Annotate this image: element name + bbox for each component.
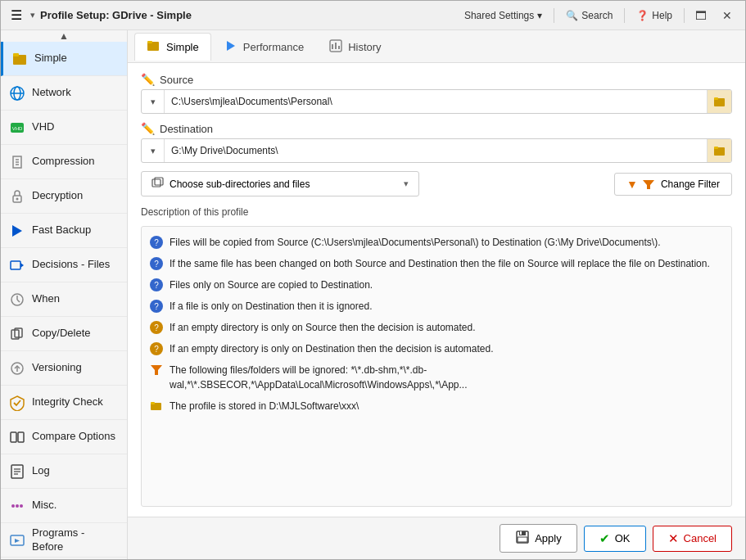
svg-rect-44 [152,179,161,187]
destination-browse-button[interactable] [707,139,731,162]
misc-icon [9,498,25,514]
shared-settings-button[interactable]: Shared Settings ▾ [458,7,549,25]
svg-rect-45 [155,178,163,185]
sidebar-item-log[interactable]: Log [1,454,127,489]
sidebar-scroll-down-button[interactable]: ▼ [1,558,127,559]
compare-icon [9,429,25,445]
change-filter-button[interactable]: ▼ Change Filter [614,173,732,196]
sidebar-item-decryption[interactable]: Decryption [1,179,127,214]
sidebar-item-network-label: Network [32,86,71,100]
sidebar-item-programs-label: Programs - Before [32,526,119,554]
description-item: The following files/folders will be igno… [142,359,731,395]
profile-chevron-icon[interactable]: ▾ [30,10,35,20]
hamburger-menu-icon[interactable]: ☰ [7,6,25,25]
svg-rect-1 [13,53,19,56]
svg-rect-23 [18,432,24,442]
close-button[interactable]: ✕ [716,4,739,27]
source-expand-button[interactable]: ▾ [142,90,165,113]
desc-text: If a file is only on Destination then it… [170,299,723,314]
description-box: ?Files will be copied from Source (C:\Us… [141,226,732,507]
tab-history-label: History [348,41,381,53]
desc-text: The following files/folders will be igno… [170,363,723,392]
ok-button[interactable]: ✔ OK [584,526,646,552]
form-content: ✏️ Source ▾ C:\Users\mjlea\Documents\Per… [128,63,745,517]
sidebar-item-programs[interactable]: Programs - Before [1,523,127,558]
sidebar-item-fastbackup-label: Fast Backup [32,224,91,237]
tab-simple[interactable]: Simple [134,33,211,61]
cancel-button[interactable]: ✕ Cancel [653,526,732,552]
svg-point-11 [16,197,19,200]
sidebar-item-versioning[interactable]: Versioning [1,351,127,386]
copydelete-icon [9,326,25,342]
sidebar-item-integrity[interactable]: Integrity Check [1,386,127,420]
sidebar-item-compression[interactable]: Compression [1,145,127,179]
apply-button[interactable]: Apply [500,524,577,553]
description-item: ?Files will be copied from Source (C:\Us… [142,232,731,253]
source-path-text: C:\Users\mjlea\Documents\Personal\ [165,96,707,107]
subdir-btn-label: Choose sub-directories and files [170,178,310,190]
desc-text: If an empty directory is only on Source … [170,320,723,335]
svg-marker-32 [15,539,20,543]
svg-rect-34 [147,41,152,43]
sidebar-item-decryption-label: Decryption [32,189,83,203]
svg-line-17 [17,300,20,302]
shared-settings-chevron-icon: ▾ [537,10,542,21]
sidebar-scroll-up-button[interactable]: ▲ [1,30,127,42]
tab-performance[interactable]: Performance [211,33,316,61]
separator2 [624,8,625,23]
simple-icon [11,51,28,67]
source-label: Source [160,74,193,86]
choose-subdir-button[interactable]: Choose sub-directories and files ▾ [141,171,419,196]
sidebar-item-misc[interactable]: Misc. [1,489,127,523]
help-button[interactable]: ❓ Help [630,7,679,25]
ok-check-icon: ✔ [599,531,610,546]
tab-history-icon [328,38,343,56]
cancel-label: Cancel [684,532,717,544]
subdir-icon [151,176,165,192]
vhd-icon: VHD [9,120,25,136]
sidebar-item-network[interactable]: Network [1,76,127,111]
destination-path-text: G:\My Drive\Documents\ [165,145,707,156]
search-button[interactable]: 🔍 Search [559,7,619,25]
sidebar-item-when[interactable]: When [1,282,127,317]
sidebar-item-versioning-label: Versioning [32,361,82,375]
sidebar-item-decisions[interactable]: Decisions - Files [1,248,127,282]
minimize-button[interactable]: 🗖 [689,4,712,27]
description-item: ?If the same file has been changed on bo… [142,253,731,274]
svg-rect-53 [518,537,527,542]
sidebar-item-compression-label: Compression [32,155,95,169]
main-window: ☰ ▾ Profile Setup: GDrive - Simple Share… [0,0,746,560]
desc-text: The profile is stored in D:\MJLSoftware\… [170,399,723,413]
sidebar-item-vhd[interactable]: VHD VHD [1,111,127,145]
sidebar-item-compare[interactable]: Compare Options [1,420,127,454]
ok-label: OK [615,532,631,544]
destination-label: Destination [160,123,213,135]
sidebar-item-copydelete[interactable]: Copy/Delete [1,317,127,351]
sidebar-item-simple[interactable]: Simple [1,42,127,76]
search-icon: 🔍 [566,10,578,21]
search-label: Search [581,10,613,21]
sidebar-item-vhd-label: VHD [32,120,54,134]
description-item: ?If a file is only on Destination then i… [142,296,731,317]
decisions-icon [9,257,25,273]
tab-history[interactable]: History [316,33,393,61]
versioning-icon [9,360,25,377]
svg-rect-43 [714,147,718,149]
desc-text: Files only on Source are copied to Desti… [170,278,723,292]
desc-icon-blue: ? [150,300,163,313]
sidebar-item-fastbackup[interactable]: Fast Backup [1,214,127,248]
destination-section: ✏️ Destination ▾ G:\My Drive\Documents\ [141,122,732,163]
source-section: ✏️ Source ▾ C:\Users\mjlea\Documents\Per… [141,73,732,114]
decryption-icon [9,188,25,205]
titlebar-actions: Shared Settings ▾ 🔍 Search ❓ Help 🗖 ✕ [458,4,739,27]
help-label: Help [652,10,672,21]
source-browse-button[interactable] [707,90,731,113]
destination-expand-button[interactable]: ▾ [142,139,165,162]
svg-marker-47 [151,365,162,375]
destination-label-row: ✏️ Destination [141,122,732,135]
svg-rect-41 [714,97,718,100]
tab-bar: Simple Performance History [128,30,745,63]
desc-icon-blue: ? [150,278,163,291]
tab-simple-label: Simple [166,41,199,53]
desc-icon-orange: ? [150,342,163,355]
